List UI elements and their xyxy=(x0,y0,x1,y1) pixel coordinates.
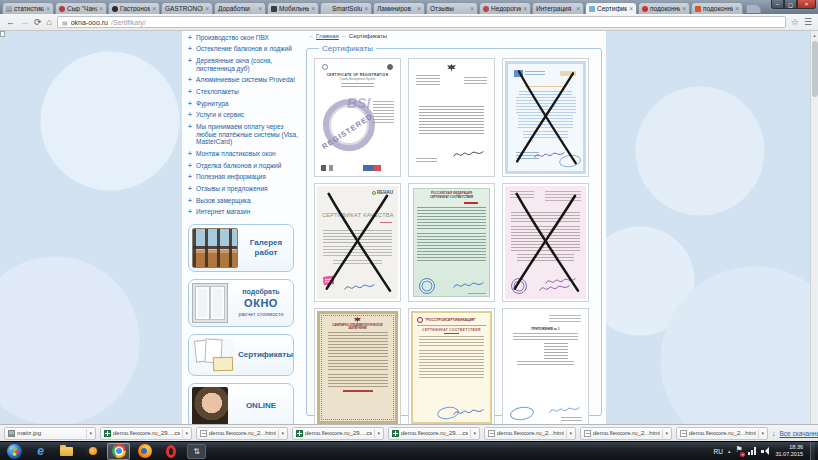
chevron-down-icon[interactable]: ▾ xyxy=(665,430,668,436)
reload-icon[interactable]: ⟳ xyxy=(34,18,42,27)
browser-tab[interactable]: подоконни× xyxy=(691,2,743,14)
sidebar-widget-certificates[interactable]: Сертификаты xyxy=(188,334,294,376)
browser-tab[interactable]: Сертификат× xyxy=(585,2,637,14)
certificate-thumbnail[interactable]: CERTIFICATE OF REGISTRATION Quality Mana… xyxy=(314,58,401,177)
volume-icon[interactable] xyxy=(761,447,770,455)
sidebar-nav-item[interactable]: Фурнитура xyxy=(188,100,298,108)
download-item[interactable]: demo.flexcore.ru_2...html▾ xyxy=(196,427,288,440)
show-all-downloads-link[interactable]: Все скачанные файлы... xyxy=(780,430,818,437)
breadcrumb-home-link[interactable]: Главная xyxy=(316,33,339,39)
chevron-down-icon[interactable]: ▾ xyxy=(761,430,764,436)
download-item[interactable]: demo.flexcore.ru_2...html▾ xyxy=(484,427,576,440)
sidebar-nav-item[interactable]: Стеклопакеты xyxy=(188,88,298,96)
download-item[interactable]: matiz.jpg▾ xyxy=(4,427,96,440)
chevron-down-icon[interactable]: ▾ xyxy=(89,430,92,436)
sidebar-nav-item[interactable]: Отделка балконов и лоджий xyxy=(188,162,298,170)
browser-tab[interactable]: Гастроном× xyxy=(108,2,160,14)
taskbar-firefox[interactable] xyxy=(133,443,156,460)
download-item[interactable]: demo.flexcore.ru_2...html▾ xyxy=(676,427,768,440)
close-window-button[interactable]: × xyxy=(797,0,816,9)
maximize-button[interactable]: ◻ xyxy=(784,0,797,9)
browser-tab[interactable]: GASTRONOM× xyxy=(161,2,213,14)
taskbar-chrome[interactable] xyxy=(107,443,130,460)
tab-close-icon[interactable]: × xyxy=(735,6,739,12)
tab-close-icon[interactable]: × xyxy=(629,6,633,12)
certificate-thumbnail[interactable]: ПРИЛОЖЕНИЕ № 1 xyxy=(502,308,589,424)
sidebar-nav-item[interactable]: Полезная информация xyxy=(188,173,298,181)
home-icon[interactable]: ⌂ xyxy=(47,18,52,27)
browser-tab[interactable]: Мобильный× xyxy=(267,2,319,14)
tab-close-icon[interactable]: × xyxy=(417,6,421,12)
browser-tab[interactable]: Недорогие× xyxy=(479,2,531,14)
certificate-thumbnail[interactable] xyxy=(502,183,589,302)
chevron-down-icon[interactable]: ▾ xyxy=(185,430,188,436)
menu-icon[interactable]: ☰ xyxy=(804,18,812,27)
sidebar-widget-gallery[interactable]: Галерея работ xyxy=(188,224,294,272)
chevron-down-icon[interactable]: ▾ xyxy=(377,430,380,436)
certificate-thumbnail[interactable]: РОССИЙСКАЯ ФЕДЕРАЦИЯ СЕРТИФИКАТ СООТВЕТС… xyxy=(408,183,495,302)
download-item[interactable]: demo.flexcore.ru_2...html▾ xyxy=(580,427,672,440)
browser-tab[interactable]: Доработки× xyxy=(214,2,266,14)
sidebar-nav-item[interactable]: Услуги и сервис xyxy=(188,111,298,119)
sidebar-nav-item[interactable]: Вызов замерщика xyxy=(188,197,298,205)
browser-tab[interactable]: SmartSoluti× xyxy=(320,2,372,14)
taskbar-file-explorer[interactable] xyxy=(55,443,78,460)
sidebar-nav-item[interactable]: Алюминиевые системы Provedal xyxy=(188,76,298,84)
browser-tab[interactable]: Ламиниров× xyxy=(373,2,425,14)
tab-close-icon[interactable]: × xyxy=(364,6,368,12)
taskbar-clock[interactable]: 18:36 31.07.2015 xyxy=(775,444,803,457)
minimize-button[interactable]: – xyxy=(771,0,784,9)
tab-close-icon[interactable]: × xyxy=(205,6,209,12)
sidebar-nav-item[interactable]: Монтаж пластиковых окон xyxy=(188,150,298,158)
taskbar-opera[interactable] xyxy=(159,443,182,460)
new-tab-button[interactable] xyxy=(746,4,761,13)
certificate-thumbnail[interactable]: "РОССТРОЙСЕРТИФИКАЦИЯ" СЕРТИФИКАТ СООТВЕ… xyxy=(408,308,495,424)
scrollbar-thumb[interactable] xyxy=(812,41,818,97)
taskbar-internet-explorer[interactable]: e xyxy=(29,443,52,460)
taskbar-media-player[interactable] xyxy=(81,443,104,460)
show-desktop-button[interactable] xyxy=(810,442,815,460)
browser-tab[interactable]: Отзывы× xyxy=(426,2,478,14)
sidebar-nav-item[interactable]: Остекление балконов и лоджий xyxy=(188,45,298,53)
download-item[interactable]: demo.flexcore.ru_29....csv▾ xyxy=(292,427,384,440)
sidebar-nav-item[interactable]: Мы принимаем оплату через любые платёжны… xyxy=(188,123,298,146)
tab-close-icon[interactable]: × xyxy=(152,6,156,12)
browser-tab[interactable]: статистика× xyxy=(2,2,54,14)
browser-tab[interactable]: Сыр "Чанах"× xyxy=(55,2,107,14)
sidebar-widget-window-calc[interactable]: подобрать ОКНО расчет стоимости xyxy=(188,279,294,327)
tab-close-icon[interactable]: × xyxy=(311,6,315,12)
tab-close-icon[interactable]: × xyxy=(576,6,580,12)
certificate-thumbnail[interactable] xyxy=(502,58,589,177)
certificate-thumbnail[interactable] xyxy=(408,58,495,177)
tab-close-icon[interactable]: × xyxy=(46,6,50,12)
hidden-icons-arrow-icon[interactable]: ▴ xyxy=(728,448,731,454)
sidebar-widget-online-consultant[interactable]: ONLINE xyxy=(188,383,294,424)
tab-close-icon[interactable]: × xyxy=(682,6,686,12)
sidebar-nav-item[interactable]: Отзывы и предложения xyxy=(188,185,298,193)
browser-tab[interactable]: подоконни× xyxy=(638,2,690,14)
download-item[interactable]: demo.flexcore.ru_29....csv▾ xyxy=(100,427,192,440)
taskbar-download-manager[interactable]: ⇅ xyxy=(185,443,208,460)
chevron-down-icon[interactable]: ▾ xyxy=(473,430,476,436)
sidebar-nav-item[interactable]: Производство окон ПВХ xyxy=(188,34,298,42)
scroll-up-icon[interactable]: ▲ xyxy=(811,31,818,40)
certificate-thumbnail[interactable]: REHAU СЕРТИФИКАТ КАЧЕСТВА xyxy=(314,183,401,302)
tab-close-icon[interactable]: × xyxy=(470,6,474,12)
certificate-thumbnail[interactable]: САНИТАРНО-ЭПИДЕМИОЛОГИЧЕСКОЕ ЗАКЛЮЧЕНИЕ xyxy=(314,308,401,424)
chevron-down-icon[interactable]: ▾ xyxy=(569,430,572,436)
tab-close-icon[interactable]: × xyxy=(99,6,103,12)
download-item[interactable]: demo.flexcore.ru_29....csv▾ xyxy=(388,427,480,440)
language-indicator[interactable]: RU xyxy=(714,448,723,455)
back-icon[interactable]: ← xyxy=(6,18,15,27)
action-center-flag-icon[interactable]: × xyxy=(735,447,743,456)
bookmark-star-icon[interactable]: ☆ xyxy=(791,18,799,27)
sidebar-nav-item[interactable]: Деревянные окна (сосна, лиственница дуб) xyxy=(188,57,298,72)
browser-tab[interactable]: Интеграция× xyxy=(532,2,584,14)
tab-close-icon[interactable]: × xyxy=(523,6,527,12)
start-button[interactable] xyxy=(3,443,26,460)
tab-close-icon[interactable]: × xyxy=(258,6,262,12)
page-scrollbar[interactable]: ▲ xyxy=(810,31,818,424)
sidebar-nav-item[interactable]: Интернет магазин xyxy=(188,208,298,216)
network-icon[interactable] xyxy=(748,447,756,455)
forward-icon[interactable]: → xyxy=(20,18,29,27)
